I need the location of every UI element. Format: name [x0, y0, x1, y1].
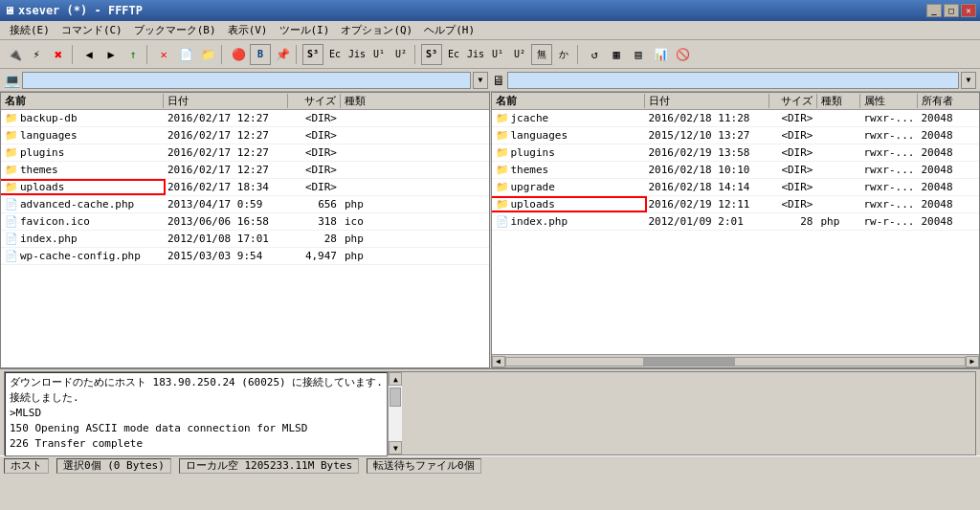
folder-icon: 📁	[496, 164, 509, 176]
local-header-size[interactable]: サイズ	[288, 94, 341, 108]
back-button[interactable]: ◀	[78, 44, 100, 65]
remote-address-input[interactable]	[507, 72, 959, 89]
btn-pin[interactable]: 📌	[272, 44, 293, 65]
table-row[interactable]: 📁jcache2016/02/18 11:28<DIR>rwxr-...2004…	[492, 110, 980, 127]
btn-s2[interactable]: S³	[421, 44, 442, 65]
remote-address-panel: 🖥 ▼	[492, 72, 976, 89]
up-button[interactable]: ↑	[122, 44, 144, 65]
graph-button[interactable]: 📊	[650, 44, 671, 65]
file-name: languages	[20, 129, 78, 142]
copy-button[interactable]: 📄	[175, 44, 196, 65]
menu-item[interactable]: オプション(Q)	[335, 21, 418, 39]
menu-item[interactable]: 表示(V)	[222, 21, 274, 39]
local-address-input[interactable]	[22, 72, 471, 89]
view1-button[interactable]: ▦	[606, 44, 627, 65]
btn-e1[interactable]: Ec	[324, 44, 345, 65]
log-scroll-thumb	[390, 388, 401, 407]
table-row[interactable]: 📁uploads2016/02/17 18:34<DIR>	[1, 179, 489, 196]
forward-button[interactable]: ▶	[100, 44, 122, 65]
table-row[interactable]: 📁languages2015/12/10 13:27<DIR>rwxr-...2…	[492, 127, 980, 144]
btn-e2[interactable]: Ec	[443, 44, 464, 65]
btn-s1[interactable]: S³	[302, 44, 323, 65]
menu-bar: 接続(E)コマンド(C)ブックマーク(B)表示(V)ツール(I)オプション(Q)…	[0, 21, 980, 40]
connect-button[interactable]: 🔌	[4, 44, 25, 65]
table-row[interactable]: 📁themes2016/02/18 10:10<DIR>rwxr-...2004…	[492, 162, 980, 179]
table-row[interactable]: 📁plugins2016/02/17 12:27<DIR>	[1, 144, 489, 162]
file-name: favicon.ico	[20, 215, 90, 228]
table-row[interactable]: 📁themes2016/02/17 12:27<DIR>	[1, 162, 489, 179]
local-header-name[interactable]: 名前	[1, 94, 164, 108]
local-header-date[interactable]: 日付	[164, 94, 288, 108]
folder-button[interactable]: 📁	[197, 44, 218, 65]
btn-j1[interactable]: Jis	[346, 44, 368, 65]
log-scroll-up[interactable]: ▲	[389, 372, 402, 386]
file-icon: 📄	[5, 250, 18, 262]
table-row[interactable]: 📁upgrade2016/02/18 14:14<DIR>rwxr-...200…	[492, 179, 980, 196]
hscroll-track[interactable]	[505, 357, 967, 366]
table-row[interactable]: 📄index.php2012/01/08 17:0128php	[1, 231, 489, 248]
btn-mu[interactable]: 無	[531, 44, 552, 65]
remote-header-size[interactable]: サイズ	[769, 94, 817, 108]
remote-address-dropdown[interactable]: ▼	[961, 72, 976, 89]
local-file-list: 📁backup-db2016/02/17 12:27<DIR>📁language…	[1, 110, 489, 367]
log-scroll-track[interactable]	[389, 386, 402, 441]
btn-u3[interactable]: U¹	[487, 44, 508, 65]
table-row[interactable]: 📄favicon.ico2013/06/06 16:58318ico	[1, 213, 489, 231]
maximize-button[interactable]: □	[944, 4, 959, 17]
btn-u1[interactable]: U¹	[368, 44, 390, 65]
remote-hscroll[interactable]: ◀ ▶	[492, 354, 980, 367]
btn-u2[interactable]: U²	[390, 44, 412, 65]
btn-u4[interactable]: U²	[509, 44, 530, 65]
ban-button[interactable]: 🚫	[672, 44, 693, 65]
menu-item[interactable]: ヘルプ(H)	[418, 21, 480, 39]
log-scroll-down[interactable]: ▼	[389, 441, 402, 455]
minimize-button[interactable]: _	[926, 4, 942, 17]
file-type: php	[817, 215, 860, 228]
file-owner: 20048	[918, 146, 966, 159]
menu-item[interactable]: 接続(E)	[4, 21, 56, 39]
remote-header-date[interactable]: 日付	[645, 94, 769, 108]
file-size: <DIR>	[769, 198, 817, 211]
file-date: 2016/02/17 12:27	[164, 164, 288, 176]
file-name: backup-db	[20, 112, 78, 124]
stop-button[interactable]: ✕	[153, 44, 174, 65]
remote-header-attr[interactable]: 属性	[860, 94, 918, 108]
quick-connect-button[interactable]: ⚡	[26, 44, 47, 65]
local-address-dropdown[interactable]: ▼	[473, 72, 488, 89]
disconnect-button[interactable]: ✖	[48, 44, 69, 65]
table-row[interactable]: 📁backup-db2016/02/17 12:27<DIR>	[1, 110, 489, 127]
view2-button[interactable]: ▤	[628, 44, 649, 65]
menu-item[interactable]: コマンド(C)	[56, 21, 128, 39]
file-owner: 20048	[918, 129, 966, 142]
remote-drive-icon: 🖥	[492, 73, 505, 88]
menu-item[interactable]: ブックマーク(B)	[128, 21, 222, 39]
separator-6	[577, 45, 581, 64]
file-name: themes	[511, 164, 549, 176]
file-size: <DIR>	[769, 129, 817, 142]
log-scrollbar[interactable]: ▲ ▼	[388, 372, 403, 455]
remote-header-type[interactable]: 種類	[817, 94, 860, 108]
close-button[interactable]: ✕	[961, 4, 976, 17]
table-row[interactable]: 📄wp-cache-config.php2015/03/03 9:544,947…	[1, 248, 489, 265]
hscroll-left[interactable]: ◀	[492, 356, 505, 367]
file-date: 2015/12/10 13:27	[645, 129, 769, 142]
local-header-type[interactable]: 種類	[341, 94, 389, 108]
btn-red[interactable]: 🔴	[228, 44, 249, 65]
table-row[interactable]: 📁languages2016/02/17 12:27<DIR>	[1, 127, 489, 144]
btn-ka[interactable]: か	[553, 44, 574, 65]
refresh-button[interactable]: ↺	[584, 44, 605, 65]
table-row[interactable]: 📁uploads2016/02/19 12:11<DIR>rwxr-...200…	[492, 196, 980, 213]
file-size: <DIR>	[288, 146, 341, 159]
file-owner: 20048	[918, 181, 966, 193]
remote-header-name[interactable]: 名前	[492, 94, 645, 108]
file-type: php	[341, 233, 389, 245]
status-transfer: 転送待ちファイル0個	[367, 458, 481, 474]
remote-header-owner[interactable]: 所有者	[918, 94, 966, 108]
table-row[interactable]: 📄advanced-cache.php2013/04/17 0:59656php	[1, 196, 489, 213]
btn-j2[interactable]: Jis	[465, 44, 486, 65]
hscroll-right[interactable]: ▶	[966, 356, 979, 367]
btn-b[interactable]: B	[250, 44, 271, 65]
menu-item[interactable]: ツール(I)	[274, 21, 336, 39]
table-row[interactable]: 📁plugins2016/02/19 13:58<DIR>rwxr-...200…	[492, 144, 980, 162]
table-row[interactable]: 📄index.php2012/01/09 2:0128phprw-r-...20…	[492, 213, 980, 231]
